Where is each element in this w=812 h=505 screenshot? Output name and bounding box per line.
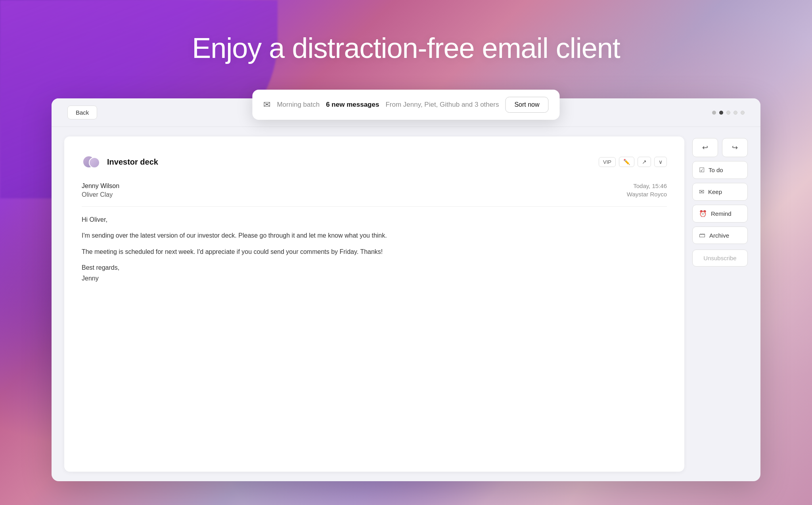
reply-button[interactable]: ↩ [692,138,718,157]
email-panel: Investor deck VIP ✏️ ↗ ∨ Jenny Wilson Ol… [64,136,684,472]
back-button[interactable]: Back [67,106,97,119]
email-divider [82,206,667,207]
dot-3 [726,111,730,115]
email-time: Today, 15:46 [633,182,667,189]
share-icon-btn[interactable]: ↗ [638,157,651,167]
email-body: Hi Oliver, I'm sending over the latest v… [82,215,667,284]
email-header: Investor deck VIP ✏️ ↗ ∨ [82,152,667,171]
reply-icon: ↩ [702,143,708,152]
window-content: Investor deck VIP ✏️ ↗ ∨ Jenny Wilson Ol… [52,127,760,481]
unsubscribe-label: Unsubscribe [703,255,736,261]
dot-2 [719,111,723,115]
body-paragraph2: The meeting is scheduled for next week. … [82,247,667,257]
body-signature: Jenny [82,275,99,282]
email-meta-right: Today, 15:46 Waystar Royco [627,182,667,198]
forward-button[interactable]: ↪ [722,138,748,157]
archive-icon: 🗃 [699,232,705,239]
from-label: From Jenny, Piet, Github and 3 others [385,101,499,109]
body-greeting: Hi Oliver, [82,215,667,225]
vip-tag[interactable]: VIP [599,157,616,167]
todo-label: To do [709,167,723,173]
actions-panel: ↩ ↪ ☑ To do ✉ Keep ⏰ Remind [692,136,748,472]
app-window: Back SORT [52,98,760,481]
avatar-person-2 [89,157,100,168]
avatar [82,152,101,171]
dot-4 [733,111,737,115]
remind-icon: ⏰ [699,210,707,217]
keep-button[interactable]: ✉ Keep [692,183,748,201]
inbox-icon: ✉ [263,100,270,110]
sort-now-button[interactable]: Sort now [505,97,548,113]
email-subject: Investor deck [107,157,158,167]
archive-button[interactable]: 🗃 Archive [692,227,748,244]
email-company: Waystar Royco [627,191,667,198]
keep-label: Keep [708,188,722,195]
reply-forward-row: ↩ ↪ [692,138,748,157]
email-tags: VIP ✏️ ↗ ∨ [599,157,667,167]
unsubscribe-button[interactable]: Unsubscribe [692,250,748,267]
notification-bar: ✉ Morning batch 6 new messages From Jenn… [252,90,559,120]
email-meta: Jenny Wilson Oliver Clay Today, 15:46 Wa… [82,182,667,198]
sender-name: Jenny Wilson [82,182,119,190]
pagination-dots [712,111,745,115]
todo-icon: ☑ [699,166,705,174]
remind-button[interactable]: ⏰ Remind [692,205,748,223]
dot-1 [712,111,716,115]
body-regards: Best regards, [82,264,119,271]
dot-5 [741,111,745,115]
keep-icon: ✉ [699,188,704,196]
body-closing: Best regards, Jenny [82,263,667,284]
archive-label: Archive [709,232,729,239]
hero-title: Enjoy a distraction-free email client [0,32,812,64]
recipient-name: Oliver Clay [82,191,119,198]
todo-button[interactable]: ☑ To do [692,161,748,179]
edit-icon-btn[interactable]: ✏️ [619,157,634,167]
batch-label: Morning batch [277,101,320,109]
avatar-face-2 [90,158,99,167]
email-sender-info: Investor deck [82,152,158,171]
remind-label: Remind [711,210,732,217]
message-count: 6 new messages [326,101,379,109]
more-icon-btn[interactable]: ∨ [654,157,667,167]
forward-icon: ↪ [732,143,738,152]
email-meta-left: Jenny Wilson Oliver Clay [82,182,119,198]
body-paragraph1: I'm sending over the latest version of o… [82,230,667,241]
